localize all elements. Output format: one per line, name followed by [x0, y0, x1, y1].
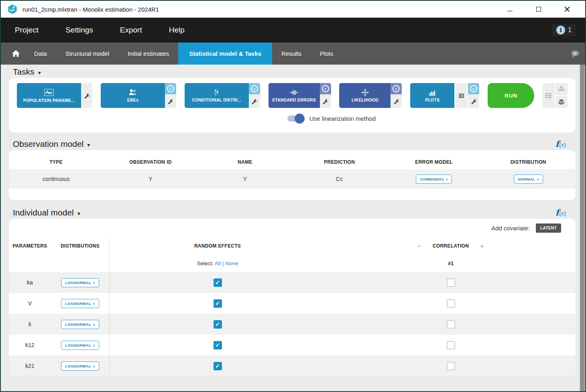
- task-label: EBEs: [127, 97, 138, 102]
- tab-structural-model[interactable]: Structural model: [56, 43, 118, 65]
- parameter-row: k21 LOGNORMAL: [9, 355, 576, 376]
- target-icon: [289, 89, 299, 96]
- distribution-dropdown[interactable]: LOGNORMAL: [61, 299, 99, 308]
- comment-icon[interactable]: [571, 43, 585, 65]
- checklist-icon: [545, 92, 552, 99]
- random-effect-checkbox[interactable]: [214, 362, 222, 370]
- plots-list-button[interactable]: [454, 83, 468, 108]
- layers-button[interactable]: [555, 96, 568, 108]
- column-header-error-model: ERROR MODEL: [387, 159, 481, 165]
- scrollbar-thumb[interactable]: [580, 65, 585, 391]
- parameter-row: k LOGNORMAL: [9, 314, 576, 335]
- task-label: PLOTS: [425, 97, 440, 102]
- chevron-down-icon[interactable]: [38, 69, 41, 76]
- task-plots-settings[interactable]: [468, 94, 479, 108]
- correlation-checkbox[interactable]: [447, 320, 455, 329]
- task-ebes-toggle[interactable]: [165, 83, 176, 94]
- task-standard-errors-settings[interactable]: [320, 94, 331, 108]
- distribution-dropdown[interactable]: NORMAL: [514, 175, 543, 184]
- correlation-checkbox[interactable]: [447, 362, 455, 370]
- task-options-panel: [543, 83, 568, 108]
- bar-chart-icon: [428, 89, 437, 96]
- task-likelihood-toggle[interactable]: [391, 83, 402, 94]
- tab-initial-estimates[interactable]: Initial estimates: [118, 43, 178, 65]
- task-likelihood-settings[interactable]: [391, 94, 402, 108]
- correlation-checkbox[interactable]: [447, 341, 455, 349]
- task-population-parameters-settings[interactable]: [81, 83, 92, 108]
- distribution-dropdown[interactable]: LOGNORMAL: [61, 278, 99, 287]
- correlation-checkbox[interactable]: [447, 299, 455, 308]
- notification-area[interactable]: 1: [552, 24, 576, 36]
- task-standard-errors-button[interactable]: STANDARD ERRORS: [269, 83, 320, 108]
- chevron-down-icon[interactable]: [87, 141, 90, 148]
- select-none-link[interactable]: None: [225, 260, 238, 266]
- observation-id: Y: [103, 176, 197, 182]
- check-circle-icon: [167, 85, 174, 92]
- task-standard-errors-toggle[interactable]: [320, 83, 331, 94]
- home-icon[interactable]: [6, 43, 25, 65]
- scrollbar[interactable]: [580, 65, 585, 391]
- latent-button[interactable]: LATENT: [536, 223, 561, 233]
- minimize-button[interactable]: [507, 6, 513, 12]
- task-ebes-button[interactable]: EBEs: [101, 83, 165, 108]
- task-standard-errors: STANDARD ERRORS: [269, 83, 331, 108]
- tab-statistical-model-tasks[interactable]: Statistical model & Tasks: [178, 43, 272, 65]
- main-content: Tasks POPULATION PARAME...: [1, 65, 585, 391]
- maximize-button[interactable]: [535, 6, 542, 12]
- task-likelihood-button[interactable]: LIKELIHOOD: [339, 83, 391, 108]
- list-icon: [458, 93, 464, 99]
- random-effect-checkbox[interactable]: [214, 320, 222, 329]
- task-label: CONDITIONAL DISTRI...: [192, 97, 241, 102]
- wrench-icon: [167, 98, 173, 104]
- error-model-dropdown[interactable]: COMBINED1: [416, 175, 452, 184]
- title-bar: run01_2cmp.mlxtran - Monolix estimation …: [1, 1, 585, 18]
- observation-type: continuous: [9, 176, 103, 182]
- task-plots-button[interactable]: PLOTS: [410, 83, 454, 108]
- random-effect-checkbox[interactable]: [214, 299, 222, 308]
- column-header-prediction: PREDICTION: [292, 159, 387, 165]
- task-conditional-distribution-button[interactable]: CONDITIONAL DISTRI...: [185, 83, 249, 108]
- tab-data[interactable]: Data: [25, 43, 56, 65]
- column-header-type: TYPE: [9, 159, 103, 165]
- distribution-dropdown[interactable]: LOGNORMAL: [61, 341, 99, 350]
- column-header-name: NAME: [198, 159, 292, 165]
- line-chart-icon: [44, 89, 54, 97]
- monolix-window: run01_2cmp.mlxtran - Monolix estimation …: [0, 0, 586, 392]
- random-effect-checkbox[interactable]: [214, 278, 222, 287]
- task-ebes-settings[interactable]: [165, 94, 176, 108]
- chevron-down-icon[interactable]: [77, 210, 80, 217]
- menu-project[interactable]: Project: [15, 26, 39, 35]
- tab-plots[interactable]: Plots: [311, 43, 342, 65]
- random-effect-checkbox[interactable]: [214, 341, 222, 349]
- run-button[interactable]: RUN: [488, 83, 534, 108]
- individual-model-card: Add covariate: LATENT PARAMETERS DISTRIB…: [9, 219, 576, 376]
- menu-export[interactable]: Export: [120, 26, 142, 35]
- correlation-remove-button[interactable]: −: [417, 243, 421, 250]
- correlation-add-button[interactable]: +: [480, 243, 484, 250]
- tab-results[interactable]: Results: [272, 43, 311, 65]
- column-header-distributions: DISTRIBUTIONS: [51, 243, 109, 249]
- observation-model-title: Observation model: [13, 139, 83, 149]
- menu-settings[interactable]: Settings: [65, 26, 93, 35]
- distribution-dropdown[interactable]: LOGNORMAL: [61, 320, 99, 329]
- formula-icon[interactable]: [555, 207, 566, 217]
- task-conditional-distribution-toggle[interactable]: [249, 83, 260, 94]
- assembly-button[interactable]: [555, 83, 568, 95]
- menu-help[interactable]: Help: [169, 26, 185, 35]
- distribution-dropdown[interactable]: LOGNORMAL: [61, 362, 99, 371]
- column-header-correlation: CORRELATION: [433, 243, 469, 249]
- formula-icon[interactable]: [555, 139, 566, 149]
- task-plots-toggle[interactable]: [468, 83, 479, 94]
- task-population-parameters-button[interactable]: POPULATION PARAME...: [17, 83, 81, 108]
- task-conditional-distribution-settings[interactable]: [249, 94, 260, 108]
- correlation-checkbox[interactable]: [447, 278, 455, 287]
- select-all-link[interactable]: All: [215, 260, 221, 266]
- task-checklist-button[interactable]: [543, 83, 555, 108]
- check-circle-icon: [393, 85, 400, 92]
- tasks-card: POPULATION PARAME... EBEs: [9, 78, 576, 132]
- monolix-logo-icon: [7, 4, 18, 14]
- close-button[interactable]: [564, 6, 570, 12]
- column-header-parameters: PARAMETERS: [9, 243, 51, 249]
- linearization-toggle[interactable]: [287, 116, 303, 122]
- task-conditional-distribution: CONDITIONAL DISTRI...: [185, 83, 260, 108]
